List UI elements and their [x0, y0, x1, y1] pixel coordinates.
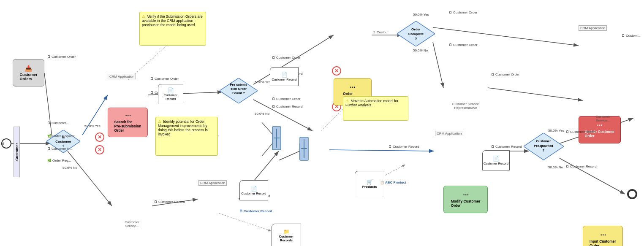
svg-rect-27 — [272, 127, 281, 150]
svg-text:Customer: Customer — [536, 139, 551, 143]
flow-label-order-request-1: 🌿 Order Request — [47, 134, 74, 138]
task-label-modify: Modify CustomerOrder — [451, 199, 480, 208]
task-modify-customer-order[interactable]: ⋯ Modify CustomerOrder — [443, 186, 488, 213]
flow-label-co-modify: 🗒 Customer Order — [491, 73, 519, 76]
label-rd-partial: rd — [1, 142, 4, 146]
svg-text:Customer: Customer — [55, 140, 71, 143]
svg-line-24 — [279, 151, 300, 160]
data-obj-customer-records: 📁 CustomerRecords — [272, 224, 301, 246]
svg-rect-30 — [300, 137, 308, 160]
end-event — [627, 189, 637, 199]
percent-pre-sub-no: 50.0% No — [255, 112, 269, 116]
percent-is-customer-no: 50.0% No — [62, 166, 77, 170]
flow-label-customer-top: 🗒 Customer... — [47, 121, 69, 125]
flow-label-cr-ici: 🗒 Customer Record — [154, 200, 185, 204]
svg-line-23 — [321, 109, 343, 131]
percent-prequalified-yes: 50.0% Yes — [548, 129, 564, 132]
gateway-x-order-request[interactable]: ✕ — [95, 132, 104, 142]
svg-line-12 — [433, 42, 443, 88]
note-icon-2: ⚠ — [158, 119, 161, 124]
svg-text:Order: Order — [411, 27, 421, 31]
flow-label-co-presub-no: 🗒 Customer Order — [272, 97, 300, 101]
flow-label-cr-pq-no: 🗒 Customer Record — [566, 165, 597, 168]
flow-label-customer-order-search: 🗒 Customer Order — [150, 77, 179, 81]
note-automation: ⚠ Move to Automation model for Further A… — [343, 96, 408, 121]
gateway-order-complete[interactable]: Order Complete ? — [397, 21, 435, 46]
task-icon: ⋯ — [125, 112, 131, 119]
percent-pre-sub-yes: 50.0% Yes — [255, 80, 271, 84]
svg-marker-39 — [220, 78, 258, 103]
flow-label-order-req-2: 🌿 Order Req... — [47, 159, 71, 162]
flow-label-cr-presub-no: 🗒 Customer Record — [272, 105, 303, 108]
crm-label-prequalify: CRM Application — [435, 131, 463, 136]
note-identify-potential: ⚠ Identify potential for Order Managemen… — [155, 117, 218, 156]
flow-label-co-oc-no: 🗒 Customer Order — [449, 43, 477, 47]
note-icon: ⚠ — [142, 14, 145, 19]
swimlane-customer: Customer — [14, 127, 20, 177]
svg-text:?: ? — [415, 37, 417, 41]
task-label: Search for Pre-submission Order — [114, 120, 141, 132]
note-icon-3: ⚠ — [345, 99, 349, 103]
flow-label-abc-product: 📋 ABC Product — [380, 181, 406, 184]
gateway-x-presub-co-no[interactable]: ✕ — [332, 66, 341, 76]
svg-text:sion Order: sion Order — [231, 87, 247, 91]
percent-order-complete-yes: 50.0% Yes — [413, 13, 429, 16]
flow-label-customer-r: 🗒 Customer R... — [47, 147, 72, 151]
flow-label-co-presub-yes: 🗒 Customer Order — [272, 56, 300, 59]
task-customer-orders[interactable]: 📥 Customer Orders — [13, 59, 44, 87]
task-search-pre-submission[interactable]: ⋯ Search for Pre-submission Order — [108, 108, 148, 137]
percent-order-complete-no: 50.0% No — [413, 49, 428, 52]
svg-text:Pre-submis: Pre-submis — [230, 83, 247, 87]
gateway-pre-submission[interactable]: Pre-submis sion Order Found ? — [220, 78, 258, 103]
label-customer-service-input: CustomerService... — [583, 115, 623, 122]
svg-line-17 — [560, 158, 625, 194]
diagram-container: 📥 Customer Orders Is Customer ? Customer… — [0, 0, 644, 246]
task-label: Customer Orders — [19, 73, 37, 81]
flow-label-cr-prq-in: 🗒 Customer Record — [389, 145, 419, 149]
flow-label-cr-acr-2: 🗒 Customer Record — [239, 209, 272, 213]
svg-line-5 — [82, 95, 108, 135]
svg-text:Pre-qualified: Pre-qualified — [534, 144, 553, 148]
data-obj-customer-record-2: 📄 Customer Record — [270, 67, 299, 86]
crm-label-update: CRM Application — [579, 25, 607, 31]
flow-label-cr-prq-out: 🗒 Customer Record — [491, 145, 522, 149]
gateway-x-customer-r[interactable]: ✕ — [95, 145, 104, 154]
svg-line-6 — [68, 151, 112, 206]
percent-prequalified-no: 50.0% No — [548, 165, 563, 169]
data-obj-customer-record-4: 📄 Customer Record — [482, 150, 510, 170]
label-customer-service-info: CustomerService... — [112, 220, 152, 228]
data-obj-customer-record-1: 📄 Customer Record — [158, 84, 183, 104]
svg-line-13 — [488, 88, 583, 100]
swimlane-label: Customer — [15, 143, 19, 161]
note-text-2: Identify potential for Order Management … — [158, 119, 208, 136]
flow-label-customer-order-1: 🗒 Customer Order — [47, 55, 76, 59]
svg-line-34 — [262, 143, 272, 156]
task-input-customer-order[interactable]: ⋯ Input CustomerOrder — [583, 226, 623, 246]
svg-line-33 — [262, 122, 272, 134]
flow-label-custom-update: 🗒 Custom... — [622, 34, 640, 38]
data-obj-customer-record-3: 📄 Customer Record — [239, 180, 268, 200]
label-customer-service-rep: Customer ServiceRepresentative — [443, 102, 488, 110]
crm-label-search: CRM Application — [108, 74, 136, 79]
note-verify-submission: ⚠ Verify if the Submission Orders are av… — [139, 12, 206, 46]
flow-label-custo-ov: 🗒 Custo... — [372, 30, 389, 34]
gateway-customer-prequalified[interactable]: Customer Pre-qualified ? — [524, 133, 564, 160]
svg-line-14 — [329, 150, 434, 151]
task-icon: 📥 — [25, 65, 32, 72]
crm-label-add-customer: CRM Application — [198, 180, 227, 186]
svg-text:Found ?: Found ? — [232, 91, 245, 95]
svg-text:?: ? — [543, 149, 545, 152]
svg-line-20 — [219, 213, 272, 231]
percent-is-customer-yes: 50.0% Yes — [84, 124, 101, 128]
note-text: Verify if the Submission Orders are avai… — [142, 14, 203, 27]
task-label-input-order: Input CustomerOrder — [590, 239, 616, 246]
svg-text:Complete: Complete — [408, 32, 424, 36]
note-text-3: Move to Automation model for Further Ana… — [345, 99, 398, 107]
flow-label-cr-pq-yes: 🗒 Customer Record — [566, 130, 597, 134]
flow-label-co-oc-yes: 🗒 Customer Order — [449, 11, 477, 14]
